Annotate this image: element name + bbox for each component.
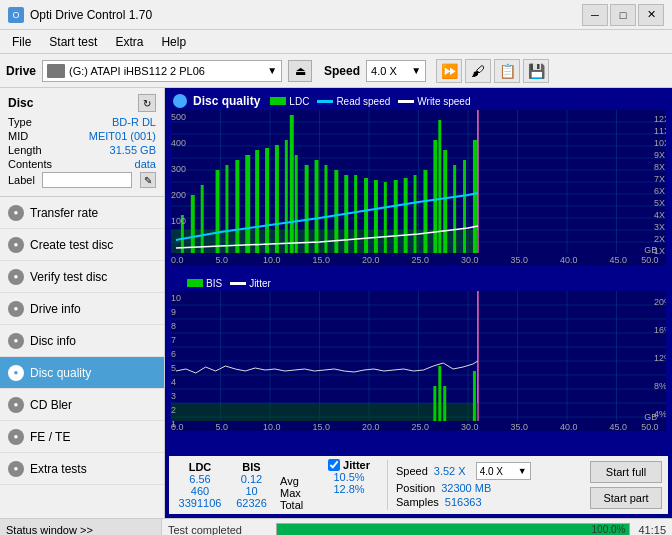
- drive-info-icon: ●: [8, 301, 24, 317]
- bis-stats: BIS 0.12 10 62326: [229, 461, 274, 509]
- svg-text:8%: 8%: [654, 380, 666, 390]
- toolbar-btn-2[interactable]: 🖌: [465, 59, 491, 83]
- chart2-svg: 20% 16% 12% 8% 4% 10 9 8 7 6 5 4 3 2 1 0…: [171, 291, 666, 431]
- chart1-svg: 12X 11X 10X 9X 8X 7X 6X 5X 4X 3X 2X 1X 5…: [171, 110, 666, 265]
- status-window-button[interactable]: Status window >>: [0, 519, 162, 536]
- bis-header: BIS: [242, 461, 260, 473]
- mid-value: MEIT01 (001): [89, 130, 156, 142]
- length-label: Length: [8, 144, 42, 156]
- svg-text:5X: 5X: [654, 198, 665, 208]
- jitter-stats: Jitter 10.5% 12.8%: [319, 459, 379, 511]
- time-display: 41:15: [638, 524, 666, 536]
- svg-text:12X: 12X: [654, 114, 666, 124]
- svg-rect-49: [438, 120, 441, 253]
- svg-rect-24: [201, 185, 204, 253]
- type-value: BD-R DL: [112, 116, 156, 128]
- svg-text:6X: 6X: [654, 186, 665, 196]
- svg-rect-23: [191, 195, 195, 253]
- contents-label: Contents: [8, 158, 52, 170]
- sidebar-item-disc-quality[interactable]: ● Disc quality: [0, 357, 164, 389]
- sidebar-item-create-test-disc[interactable]: ● Create test disc: [0, 229, 164, 261]
- minimize-button[interactable]: ─: [582, 4, 608, 26]
- svg-rect-40: [354, 175, 357, 253]
- svg-text:40.0: 40.0: [560, 255, 577, 265]
- speed-select[interactable]: 4.0 X ▼: [476, 462, 531, 480]
- svg-rect-47: [423, 170, 427, 253]
- sidebar-item-cd-bler[interactable]: ● CD Bler: [0, 389, 164, 421]
- menu-help[interactable]: Help: [153, 33, 194, 51]
- svg-text:10: 10: [171, 292, 181, 302]
- menu-extra[interactable]: Extra: [107, 33, 151, 51]
- disc-info-icon: ●: [8, 333, 24, 349]
- bis-legend-label: BIS: [206, 278, 222, 289]
- status-text-area: Test completed 100.0% 41:15: [162, 523, 672, 536]
- svg-text:0.0: 0.0: [171, 421, 183, 430]
- read-speed-legend-label: Read speed: [336, 96, 390, 107]
- eject-button[interactable]: ⏏: [288, 60, 312, 82]
- speed-selector[interactable]: 4.0 X ▼: [366, 60, 426, 82]
- svg-text:100: 100: [171, 216, 186, 226]
- transfer-rate-label: Transfer rate: [30, 206, 98, 220]
- app-title: Opti Drive Control 1.70: [30, 8, 152, 22]
- sidebar-item-disc-info[interactable]: ● Disc info: [0, 325, 164, 357]
- cd-bler-icon: ●: [8, 397, 24, 413]
- label-edit-icon[interactable]: ✎: [140, 172, 156, 188]
- svg-text:16%: 16%: [654, 324, 666, 334]
- svg-text:35.0: 35.0: [511, 421, 528, 430]
- jitter-checkbox-row: Jitter: [328, 459, 370, 471]
- max-ldc-value: 460: [191, 485, 209, 497]
- svg-text:7: 7: [171, 334, 176, 344]
- progress-bar-fill: [277, 524, 629, 536]
- disc-section-title: Disc: [8, 96, 33, 110]
- svg-rect-105: [443, 386, 446, 421]
- jitter-checkbox[interactable]: [328, 459, 340, 471]
- verify-test-disc-label: Verify test disc: [30, 270, 107, 284]
- start-full-button[interactable]: Start full: [590, 461, 662, 483]
- ldc-legend-label: LDC: [289, 96, 309, 107]
- svg-text:20.0: 20.0: [362, 421, 379, 430]
- chart2-legend: BIS Jitter: [169, 276, 668, 289]
- drive-label: Drive: [6, 64, 36, 78]
- drive-info-label: Drive info: [30, 302, 81, 316]
- sidebar-item-verify-test-disc[interactable]: ● Verify test disc: [0, 261, 164, 293]
- svg-text:500: 500: [171, 112, 186, 122]
- menu-file[interactable]: File: [4, 33, 39, 51]
- content-area: Disc quality LDC Read speed Write speed: [165, 88, 672, 518]
- svg-rect-42: [374, 180, 378, 253]
- app-icon: O: [8, 7, 24, 23]
- menu-bar: File Start test Extra Help: [0, 30, 672, 54]
- type-label: Type: [8, 116, 32, 128]
- svg-text:40.0: 40.0: [560, 421, 577, 430]
- menu-start-test[interactable]: Start test: [41, 33, 105, 51]
- speed-dropdown-arrow: ▼: [411, 65, 421, 76]
- drive-dropdown-arrow: ▼: [267, 65, 277, 76]
- maximize-button[interactable]: □: [610, 4, 636, 26]
- fe-te-icon: ●: [8, 429, 24, 445]
- cd-bler-label: CD Bler: [30, 398, 72, 412]
- svg-text:25.0: 25.0: [412, 255, 429, 265]
- sidebar-item-extra-tests[interactable]: ● Extra tests: [0, 453, 164, 485]
- disc-label-input[interactable]: [42, 172, 132, 188]
- start-part-button[interactable]: Start part: [590, 487, 662, 509]
- disc-section: Disc ↻ Type BD-R DL MID MEIT01 (001) Len…: [0, 88, 164, 197]
- drive-selector[interactable]: (G:) ATAPI iHBS112 2 PL06 ▼: [42, 60, 282, 82]
- avg-jitter-value: 10.5%: [333, 471, 364, 483]
- speed-value: 3.52 X: [434, 465, 466, 477]
- close-button[interactable]: ✕: [638, 4, 664, 26]
- sidebar-item-drive-info[interactable]: ● Drive info: [0, 293, 164, 325]
- svg-rect-103: [433, 386, 436, 421]
- sidebar-item-fe-te[interactable]: ● FE / TE: [0, 421, 164, 453]
- svg-text:11X: 11X: [654, 126, 666, 136]
- svg-text:2X: 2X: [654, 234, 665, 244]
- svg-text:10.0: 10.0: [263, 255, 280, 265]
- total-bis-value: 62326: [236, 497, 267, 509]
- svg-rect-53: [473, 140, 477, 253]
- svg-text:6: 6: [171, 348, 176, 358]
- stats-divider: [387, 460, 388, 510]
- toolbar-btn-3[interactable]: 📋: [494, 59, 520, 83]
- toolbar-btn-1[interactable]: ⏩: [436, 59, 462, 83]
- mid-label: MID: [8, 130, 28, 142]
- disc-refresh-button[interactable]: ↻: [138, 94, 156, 112]
- toolbar-btn-save[interactable]: 💾: [523, 59, 549, 83]
- sidebar-item-transfer-rate[interactable]: ● Transfer rate: [0, 197, 164, 229]
